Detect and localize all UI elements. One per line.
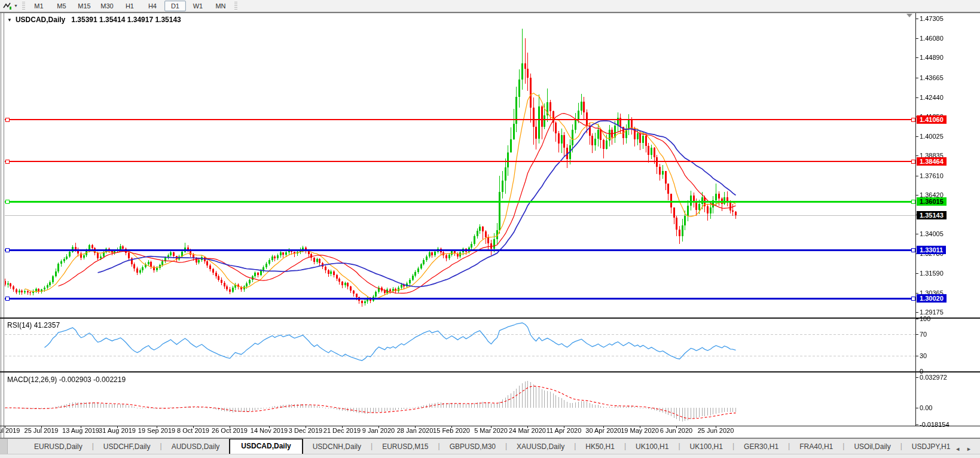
hline-anchor[interactable] xyxy=(5,118,10,122)
date-axis-label: 14 Nov 2019 xyxy=(251,427,288,434)
chart-tab-usdcad-daily[interactable]: USDCAD,Daily xyxy=(229,439,303,454)
chart-tab-audusd-daily[interactable]: AUDUSD,Daily xyxy=(162,440,230,454)
date-axis-label: 9 Jan 2020 xyxy=(362,427,395,434)
chart-tab-xauusd-daily[interactable]: XAUUSD,Daily xyxy=(507,440,574,454)
chart-tab-ger30-h1[interactable]: GER30,H1 xyxy=(734,440,788,454)
chart-tab-bar: EURUSD,Daily|USDCHF,Daily|AUDUSD,DailyUS… xyxy=(0,438,980,454)
timeframe-button-w1[interactable]: W1 xyxy=(187,1,209,11)
chart-title: ▼ USDCAD,Daily 1.35391 1.35414 1.34917 1… xyxy=(7,16,181,24)
macd-axis-tick: 0.00 xyxy=(920,404,932,411)
chart-tab-usdjpy-h1[interactable]: USDJPY,H1 xyxy=(902,440,955,454)
price-axis-tick: 1.47305 xyxy=(920,15,944,22)
timeframe-button-m15[interactable]: M15 xyxy=(74,1,95,11)
macd-axis-tick: -0.018154 xyxy=(920,421,950,428)
status-strip xyxy=(0,454,980,458)
hline-anchor[interactable] xyxy=(5,160,10,164)
hline-anchor[interactable] xyxy=(5,297,10,301)
rsi-axis-tick: 100 xyxy=(920,315,930,322)
hline-price-tag: 1.38464 xyxy=(917,157,947,166)
chart-shift-marker[interactable] xyxy=(906,14,912,17)
chart-tab-hk50-h1[interactable]: HK50,H1 xyxy=(576,440,624,454)
rsi-indicator-label: RSI(14) 41.2357 xyxy=(7,321,60,329)
date-axis-label: 13 Aug 2019 xyxy=(62,427,99,434)
macd-axis-tick: 0.032972 xyxy=(920,374,947,381)
hline-anchor[interactable] xyxy=(911,248,915,252)
price-axis-tick: 1.46080 xyxy=(920,35,944,42)
timeframe-button-m30[interactable]: M30 xyxy=(96,1,118,11)
trading-platform-window: ▼ M1M5M15M30H1H4D1W1MN ▼ USDCAD,Daily 1.… xyxy=(0,0,980,458)
price-axis-tick: 1.42440 xyxy=(920,94,944,101)
chart-tab-usoil-daily[interactable]: USOil,Daily xyxy=(844,440,900,454)
chart-ohlc-values: 1.35391 1.35414 1.34917 1.35143 xyxy=(71,16,181,24)
date-axis-label: 24 Mar 2020 xyxy=(509,427,546,434)
hline-anchor[interactable] xyxy=(911,118,915,122)
date-axis-label: 3 Dec 2019 xyxy=(289,427,322,434)
macd-indicator-label: MACD(12,26,9) -0.002903 -0.002219 xyxy=(7,375,126,384)
date-axis-label: 19 May 2020 xyxy=(621,427,659,434)
date-axis-label: 6 Jul 2019 xyxy=(0,427,20,434)
rsi-axis-tick: 30 xyxy=(920,352,927,359)
chart-tab-usdchf-daily[interactable]: USDCHF,Daily xyxy=(94,440,160,454)
hline-anchor[interactable] xyxy=(5,248,10,252)
timeframe-button-h4[interactable]: H4 xyxy=(142,1,163,11)
date-axis-label: 5 Mar 2020 xyxy=(474,427,508,434)
date-axis-label: 21 Dec 2019 xyxy=(323,427,361,434)
hline-price-tag: 1.36015 xyxy=(917,197,947,206)
timeframe-button-m5[interactable]: M5 xyxy=(51,1,72,11)
current-price-tag: 1.35143 xyxy=(917,211,947,219)
date-axis-label: 19 Sep 2019 xyxy=(138,427,175,434)
date-axis-label: 6 Jun 2020 xyxy=(660,427,692,434)
chart-tools-caret-icon[interactable]: ▼ xyxy=(14,4,18,8)
chart-canvas[interactable] xyxy=(0,0,980,458)
price-axis-tick: 1.34005 xyxy=(920,230,944,237)
date-axis-label: 26 Oct 2019 xyxy=(212,427,248,434)
chart-tab-uk100-h1[interactable]: UK100,H1 xyxy=(680,440,732,454)
symbol-menu-icon[interactable]: ▼ xyxy=(7,17,12,23)
price-axis-tick: 1.40025 xyxy=(920,133,944,140)
toolbar-grip[interactable] xyxy=(22,2,25,10)
rsi-axis-tick: 70 xyxy=(920,331,927,338)
timeframe-button-mn[interactable]: MN xyxy=(210,1,231,11)
chart-tab-uk100-h1[interactable]: UK100,H1 xyxy=(626,440,678,454)
hline-anchor[interactable] xyxy=(911,200,915,204)
hline-price-tag: 1.30020 xyxy=(917,294,947,303)
date-axis-label: 30 Apr 2020 xyxy=(585,427,621,434)
chart-symbol-period: USDCAD,Daily xyxy=(16,16,65,24)
chart-tab-fra40-h1[interactable]: FRA40,H1 xyxy=(790,440,842,454)
price-axis-tick: 1.31590 xyxy=(920,270,944,277)
timeframe-button-m1[interactable]: M1 xyxy=(28,1,50,11)
chart-tab-eurusd-m15[interactable]: EURUSD,M15 xyxy=(373,440,438,454)
hline-price-tag: 1.33011 xyxy=(917,246,946,254)
price-axis-tick: 1.37610 xyxy=(920,172,944,179)
date-axis-label: 15 Feb 2020 xyxy=(433,427,470,434)
date-axis-label: 25 Jun 2020 xyxy=(698,427,734,434)
date-axis-label: 28 Jan 2020 xyxy=(397,427,433,434)
date-axis-label: 31 Aug 2019 xyxy=(99,427,136,434)
chart-tools-icon[interactable] xyxy=(2,1,14,10)
tab-scroll-right-icon[interactable]: ► xyxy=(966,446,972,452)
hline-anchor[interactable] xyxy=(911,160,915,164)
timeframe-button-d1[interactable]: D1 xyxy=(164,1,186,11)
timeframe-button-h1[interactable]: H1 xyxy=(119,1,141,11)
tab-scroll-left-icon[interactable]: ◄ xyxy=(955,446,960,452)
date-axis-label: 25 Jul 2019 xyxy=(25,427,59,434)
tab-bar-corner xyxy=(0,439,8,454)
chart-tab-usdcnh-daily[interactable]: USDCNH,Daily xyxy=(303,440,371,454)
date-axis-label: 11 Apr 2020 xyxy=(547,427,582,434)
hline-anchor[interactable] xyxy=(5,200,10,204)
hline-price-tag: 1.41060 xyxy=(917,115,947,124)
timeframe-toolbar: ▼ M1M5M15M30H1H4D1W1MN xyxy=(0,0,980,12)
date-axis-label: 8 Oct 2019 xyxy=(177,427,209,434)
chart-tab-gbpusd-m30[interactable]: GBPUSD,M30 xyxy=(440,440,505,454)
toolbar-grip-end[interactable] xyxy=(234,2,237,10)
price-axis-tick: 1.43665 xyxy=(920,74,944,81)
chart-tab-eurusd-daily[interactable]: EURUSD,Daily xyxy=(25,440,92,454)
hline-anchor[interactable] xyxy=(911,297,915,301)
price-axis-tick: 1.44890 xyxy=(920,54,944,61)
